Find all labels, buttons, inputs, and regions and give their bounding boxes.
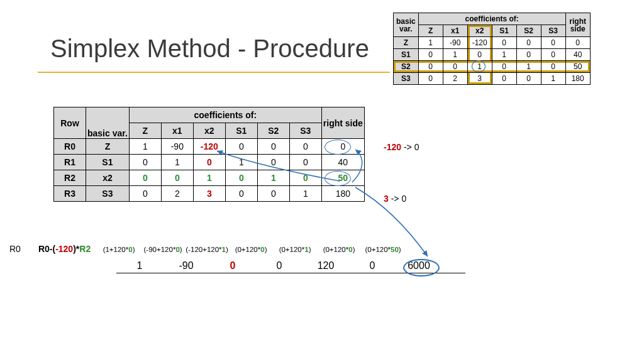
annotation-r0: -120 -> 0: [384, 142, 419, 152]
row-operation: R0 R0-(-120)*R2 (1+120*0)(-90+120*0)(-12…: [9, 244, 475, 254]
rowop-formula: R0-(-120)*R2: [38, 244, 91, 254]
rowop-result: 1-900012006000: [116, 260, 465, 273]
annotation-r3: 3 -> 0: [384, 194, 406, 204]
title-underline: [38, 72, 390, 73]
page-title: Simplex Method - Procedure: [50, 35, 369, 63]
initial-tableau: basicvar.coefficients of:rightsideZx1x2S…: [393, 13, 591, 85]
rowop-target: R0: [9, 244, 35, 254]
working-tableau: Rowbasic var.coefficients of:right sideZ…: [53, 107, 365, 202]
rowop-terms: (1+120*0)(-90+120*0)(-120+120*1)(0+120*0…: [97, 246, 405, 253]
